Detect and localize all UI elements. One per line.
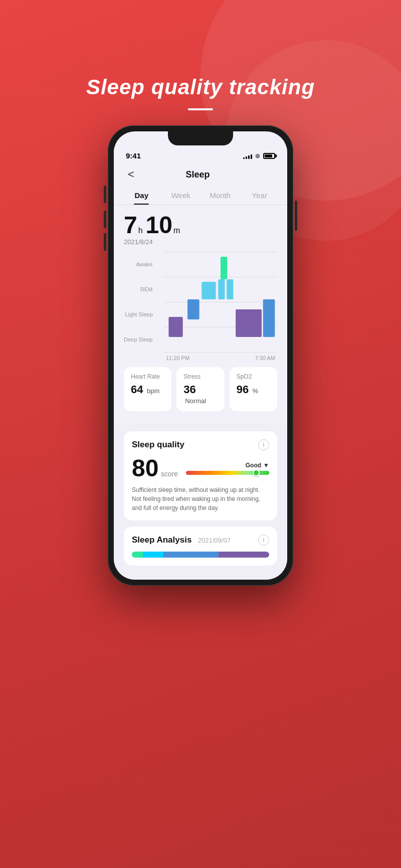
sleep-quality-title: Sleep quality (132, 440, 184, 450)
sleep-quality-desc: Sufficient sleep time, without waking up… (132, 485, 269, 512)
score-rating: Good ▼ (186, 462, 269, 469)
status-icons: ⊛ (243, 152, 275, 159)
score-bar-container: Good ▼ (186, 462, 269, 475)
sleep-date: 2021/8/24 (124, 238, 277, 246)
battery-icon (263, 153, 275, 159)
sleep-analysis-bar (132, 552, 269, 558)
metric-heart-unit: bpm (147, 387, 159, 395)
sleep-analysis-info-btn[interactable]: i (258, 535, 269, 546)
score-bar (186, 471, 269, 475)
metric-spo2: SpO2 96 % (230, 367, 277, 411)
sleep-duration: 7 h 10 m (124, 213, 277, 237)
phone-notch (168, 131, 233, 145)
sleep-hours-unit: h (138, 226, 143, 235)
metric-stress-unit: Normal (185, 397, 206, 405)
sleep-analysis-title-group: Sleep Analysis 2021/09/07 (132, 535, 231, 545)
sleep-quality-header: Sleep quality i (132, 439, 269, 450)
chart-bars-svg (164, 252, 277, 342)
metric-heart-value-row: 64 bpm (131, 383, 164, 396)
phone-frame: 9:41 ⊛ < Sleep Day Week M (108, 125, 293, 586)
svg-rect-1 (187, 299, 199, 319)
tab-month[interactable]: Month (200, 187, 240, 205)
metric-heart-label: Heart Rate (131, 373, 164, 380)
tab-day[interactable]: Day (122, 187, 161, 205)
metric-heart-value: 64 (131, 383, 143, 396)
svg-rect-2 (202, 282, 216, 299)
status-bar: 9:41 ⊛ (114, 145, 287, 162)
status-time: 9:41 (126, 151, 141, 160)
nav-title: Sleep (138, 169, 257, 180)
sleep-minutes-unit: m (173, 226, 180, 235)
chart-y-labels: Awake REM Light Sleep Deep Sleep (124, 252, 157, 352)
nav-bar: < Sleep (114, 162, 287, 185)
seg-cyan (143, 552, 163, 558)
sleep-analysis-card: Sleep Analysis 2021/09/07 i (124, 527, 277, 566)
sleep-hours: 7 (124, 213, 137, 237)
sleep-minutes: 10 (146, 213, 172, 237)
wifi-icon: ⊛ (255, 152, 260, 159)
svg-rect-6 (236, 309, 262, 337)
metric-stress-value-row: 36 Normal (183, 383, 217, 405)
seg-blue (163, 552, 219, 558)
svg-rect-7 (263, 299, 275, 337)
seg-teal (132, 552, 143, 558)
tab-week[interactable]: Week (161, 187, 201, 205)
svg-rect-3 (218, 279, 225, 299)
chart-label-awake: Awake (124, 261, 157, 267)
main-content: 7 h 10 m 2021/8/24 Awake REM Light Sleep… (114, 205, 287, 423)
metric-spo2-label: SpO2 (237, 373, 270, 380)
sleep-analysis-title: Sleep Analysis (132, 535, 191, 545)
metric-stress-label: Stress (183, 373, 217, 380)
score-number: 80 (132, 455, 158, 481)
sleep-analysis-date: 2021/09/07 (198, 537, 231, 544)
tab-year[interactable]: Year (240, 187, 280, 205)
score-value-group: 80 score (132, 456, 178, 480)
metric-spo2-value-row: 96 % (237, 383, 270, 396)
lower-section: Sleep quality i 80 score Good ▼ (114, 423, 287, 580)
chart-label-deep: Deep Sleep (124, 336, 157, 342)
score-label: score (161, 470, 178, 478)
chart-label-rem: REM (124, 286, 157, 292)
seg-purple (219, 552, 269, 558)
metric-heart-rate: Heart Rate 64 bpm (124, 367, 171, 411)
signal-icon (243, 153, 252, 159)
chart-label-light: Light Sleep (124, 311, 157, 317)
sleep-quality-card: Sleep quality i 80 score Good ▼ (124, 431, 277, 520)
back-button[interactable]: < (124, 166, 138, 183)
sleep-chart: Awake REM Light Sleep Deep Sleep (124, 252, 277, 352)
svg-rect-0 (168, 317, 182, 337)
svg-rect-4 (227, 279, 233, 299)
metric-stress-value: 36 (183, 383, 195, 396)
tab-bar: Day Week Month Year (114, 185, 287, 205)
chart-time-end: 7:30 AM (255, 355, 275, 361)
sleep-analysis-header: Sleep Analysis 2021/09/07 i (132, 535, 269, 546)
metric-spo2-unit: % (253, 387, 259, 395)
metric-stress: Stress 36 Normal (176, 367, 224, 411)
metric-spo2-value: 96 (237, 383, 249, 396)
chart-time-labels: 11:20 PM 7:30 AM (164, 354, 277, 361)
svg-rect-5 (221, 257, 227, 279)
phone-screen: 9:41 ⊛ < Sleep Day Week M (114, 131, 287, 580)
chart-time-start: 11:20 PM (166, 355, 189, 361)
sleep-quality-info-btn[interactable]: i (258, 439, 269, 450)
score-row: 80 score Good ▼ (132, 456, 269, 480)
metrics-row: Heart Rate 64 bpm Stress 36 Normal SpO2 (124, 361, 277, 417)
